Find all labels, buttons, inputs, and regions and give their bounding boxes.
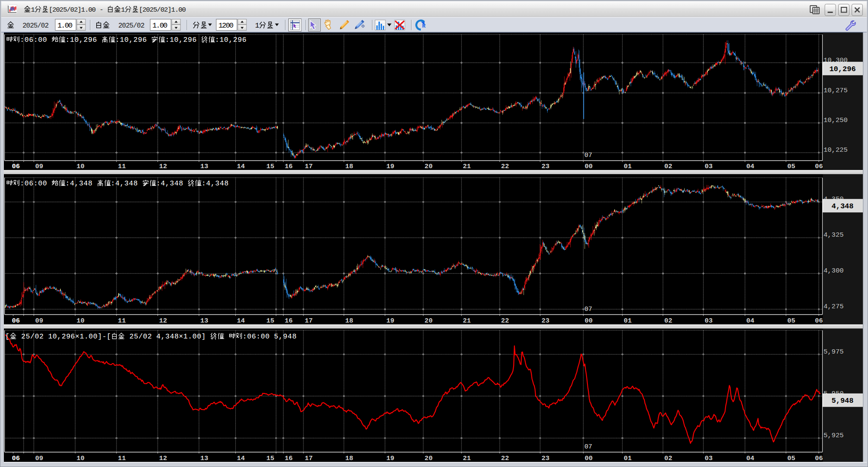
svg-text:5,948: 5,948 (274, 332, 297, 341)
svg-text:22: 22 (501, 163, 509, 170)
svg-text:11: 11 (118, 317, 126, 325)
svg-text:1.00: 1.00 (57, 22, 73, 30)
svg-text::4,348: :4,348 (66, 179, 92, 188)
svg-text:20: 20 (425, 454, 433, 462)
svg-text:[2025/02]1.00: [2025/02]1.00 (49, 6, 96, 14)
svg-text:10: 10 (76, 163, 85, 170)
svg-text:15: 15 (266, 163, 275, 170)
svg-text:1: 1 (255, 22, 259, 30)
svg-text::4,348: :4,348 (156, 179, 183, 188)
svg-text:10,296: 10,296 (829, 65, 855, 73)
svg-text:10: 10 (76, 454, 85, 462)
svg-text:23: 23 (541, 317, 549, 325)
svg-text:-: - (100, 6, 104, 14)
svg-text::06:00: :06:00 (20, 36, 47, 44)
svg-text:02: 02 (664, 317, 672, 325)
svg-text::4,348: :4,348 (202, 179, 228, 188)
svg-text:05: 05 (787, 163, 795, 170)
svg-text:01: 01 (624, 163, 632, 170)
svg-text:16: 16 (284, 454, 293, 462)
svg-text:2025/02: 2025/02 (118, 22, 145, 30)
svg-text:13: 13 (200, 317, 208, 325)
svg-text:06: 06 (815, 454, 823, 462)
svg-text:4,348×1.00]: 4,348×1.00] (156, 332, 205, 341)
svg-text:11: 11 (118, 163, 126, 170)
svg-text:4,348: 4,348 (831, 202, 853, 210)
svg-text:00: 00 (584, 454, 593, 462)
svg-text:18: 18 (345, 163, 354, 170)
svg-text:21: 21 (463, 163, 471, 170)
svg-text:17: 17 (305, 163, 313, 170)
svg-text:10,250: 10,250 (824, 116, 848, 124)
svg-text::10,296: :10,296 (66, 36, 97, 44)
svg-text:5,948: 5,948 (831, 397, 853, 405)
svg-text:21: 21 (463, 317, 471, 325)
svg-text:2025/02: 2025/02 (22, 22, 49, 30)
svg-text:03: 03 (705, 317, 713, 325)
svg-text:20: 20 (425, 163, 433, 170)
svg-text:16: 16 (284, 317, 293, 325)
svg-text:10,275: 10,275 (824, 87, 848, 94)
svg-text:04: 04 (746, 454, 754, 462)
svg-text:09: 09 (35, 454, 43, 462)
svg-text:00: 00 (584, 317, 593, 325)
svg-text:19: 19 (386, 317, 395, 325)
svg-text:05: 05 (787, 317, 795, 325)
svg-text:5,975: 5,975 (824, 348, 844, 356)
svg-text::4,348: :4,348 (111, 179, 138, 188)
svg-text:06: 06 (815, 163, 823, 170)
svg-text:12: 12 (159, 163, 167, 170)
svg-text:25/02: 25/02 (21, 332, 44, 341)
svg-text:22: 22 (501, 317, 509, 325)
svg-text:4,325: 4,325 (824, 231, 844, 239)
svg-text:09: 09 (35, 317, 43, 325)
svg-text::10,296: :10,296 (115, 36, 147, 44)
svg-text:06: 06 (12, 454, 20, 462)
svg-text:17: 17 (305, 454, 313, 462)
svg-text:17: 17 (305, 317, 313, 325)
svg-text:1: 1 (121, 6, 125, 14)
svg-text::10,296: :10,296 (165, 36, 197, 44)
svg-text:15: 15 (266, 317, 275, 325)
svg-text:25/02: 25/02 (129, 332, 152, 341)
svg-text:14: 14 (237, 454, 245, 462)
svg-text:07: 07 (584, 152, 592, 159)
svg-text:4,300: 4,300 (824, 267, 844, 275)
svg-text:03: 03 (705, 454, 713, 462)
svg-text:23: 23 (541, 454, 549, 462)
svg-text:02: 02 (664, 163, 672, 170)
svg-text:13: 13 (200, 163, 208, 170)
svg-text:19: 19 (386, 163, 395, 170)
svg-text:23: 23 (541, 163, 549, 170)
svg-text:18: 18 (345, 317, 354, 325)
svg-text:13: 13 (200, 454, 208, 462)
svg-text:11: 11 (118, 454, 126, 462)
svg-text:12: 12 (159, 454, 167, 462)
svg-text:06: 06 (12, 163, 20, 170)
svg-text:01: 01 (624, 454, 632, 462)
svg-text:06: 06 (12, 317, 20, 325)
svg-text:16: 16 (284, 163, 293, 170)
svg-text:1.00: 1.00 (152, 22, 167, 30)
svg-text:R: R (422, 23, 426, 29)
svg-text:05: 05 (787, 454, 795, 462)
svg-text:14: 14 (237, 163, 245, 170)
svg-text:04: 04 (746, 317, 754, 325)
svg-text:07: 07 (584, 443, 592, 451)
svg-text:06: 06 (815, 317, 823, 325)
svg-text:21: 21 (463, 454, 471, 462)
svg-text:12: 12 (159, 317, 167, 325)
svg-text::10,296: :10,296 (215, 36, 246, 44)
svg-text:22: 22 (501, 454, 509, 462)
svg-text:10,225: 10,225 (824, 146, 848, 154)
svg-text:04: 04 (746, 163, 754, 170)
svg-text:19: 19 (386, 454, 395, 462)
svg-text::06:00: :06:00 (243, 332, 269, 341)
svg-text:4,275: 4,275 (824, 303, 844, 310)
svg-text:14: 14 (237, 317, 245, 325)
svg-text:10: 10 (76, 317, 85, 325)
svg-text:03: 03 (705, 163, 713, 170)
svg-text:00: 00 (584, 163, 593, 170)
svg-text:20: 20 (425, 317, 433, 325)
svg-text:15: 15 (266, 454, 275, 462)
